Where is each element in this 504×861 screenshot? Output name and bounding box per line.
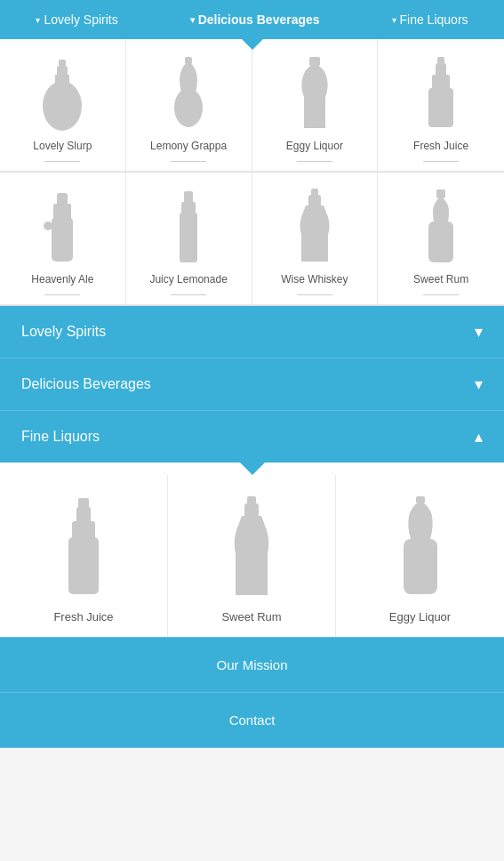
svg-rect-7 <box>428 88 453 127</box>
nav-item-delicious-beverages[interactable]: ▾ Delicious Beverages <box>181 0 329 39</box>
product-name: Fresh Juice <box>413 140 468 152</box>
accordion-item-fine-liquors: Fine Liquors ▴ Fresh Juice <box>0 411 504 638</box>
svg-rect-20 <box>428 221 453 262</box>
nav-label: Delicious Beverages <box>198 12 320 27</box>
accordion-header-lovely-spirits[interactable]: Lovely Spirits ▾ <box>0 306 504 358</box>
svg-rect-26 <box>244 503 259 518</box>
fine-bottle-icon-fresh-juice <box>52 493 115 599</box>
svg-rect-28 <box>404 539 437 594</box>
svg-rect-25 <box>78 498 89 509</box>
product-divider <box>423 161 459 162</box>
svg-rect-5 <box>185 57 192 64</box>
product-name: Lemony Grappa <box>150 140 227 152</box>
svg-rect-27 <box>247 496 256 505</box>
accordion-item-lovely-spirits: Lovely Spirits ▾ <box>0 306 504 358</box>
svg-rect-17 <box>184 191 193 204</box>
accordion: Lovely Spirits ▾ Delicious Beverages ▾ F… <box>0 306 504 638</box>
fine-product-name: Sweet Rum <box>221 610 281 624</box>
product-cell-lemony-grappa[interactable]: Lemony Grappa <box>126 39 252 172</box>
svg-rect-11 <box>52 217 73 262</box>
product-cell-fresh-juice[interactable]: Fresh Juice <box>378 39 504 172</box>
product-name: Heavenly Ale <box>31 273 93 286</box>
svg-rect-29 <box>416 496 425 503</box>
dropdown-arrow-icon: ▾ <box>190 15 195 25</box>
svg-point-0 <box>43 81 82 131</box>
fine-product-sweet-rum[interactable]: Sweet Rum <box>168 475 336 637</box>
bottle-icon-eggy-liquor <box>288 52 341 133</box>
product-divider <box>44 294 80 295</box>
accordion-label: Delicious Beverages <box>21 376 151 392</box>
bottle-icon-fresh-juice <box>414 52 468 133</box>
product-name: Wise Whiskey <box>281 273 348 286</box>
product-cell-eggy-liquor[interactable]: Eggy Liquor <box>252 39 379 172</box>
fine-product-name: Eggy Liquor <box>389 610 451 624</box>
svg-rect-13 <box>57 193 68 205</box>
accordion-label: Lovely Spirits <box>21 324 106 340</box>
product-divider <box>171 161 206 162</box>
product-grid-row1: Lovely Slurp Lemony Grappa Eggy Liquor F… <box>0 39 504 173</box>
svg-rect-16 <box>181 202 196 214</box>
bottle-icon-lovely-slurp <box>36 52 89 133</box>
our-mission-link[interactable]: Our Mission <box>0 638 504 693</box>
product-cell-heavenly-ale[interactable]: Heavenly Ale <box>0 173 126 305</box>
product-name: Sweet Rum <box>413 273 468 286</box>
product-divider <box>423 294 459 295</box>
svg-rect-19 <box>311 189 318 196</box>
svg-rect-23 <box>72 521 95 541</box>
nav-item-lovely-spirits[interactable]: ▾ Lovely Spirits <box>27 0 126 39</box>
product-divider <box>297 294 332 295</box>
fine-product-name: Fresh Juice <box>53 610 113 624</box>
bottle-icon-sweet-rum <box>414 186 468 266</box>
accordion-header-fine-liquors[interactable]: Fine Liquors ▴ <box>0 411 504 463</box>
nav-label: Fine Liquors <box>400 12 468 27</box>
product-name: Juicy Lemonade <box>149 273 227 286</box>
svg-point-4 <box>174 88 203 127</box>
svg-rect-1 <box>55 75 69 88</box>
svg-rect-10 <box>437 57 444 64</box>
fine-liquors-grid: Fresh Juice Sweet Rum <box>0 475 504 637</box>
product-cell-lovely-slurp[interactable]: Lovely Slurp <box>0 39 126 172</box>
accordion-header-delicious-beverages[interactable]: Delicious Beverages ▾ <box>0 358 504 410</box>
svg-rect-18 <box>308 195 321 207</box>
svg-point-14 <box>44 221 52 230</box>
bottle-icon-lemony-grappa <box>162 52 215 133</box>
nav-item-fine-liquors[interactable]: ▾ Fine Liquors <box>383 0 477 39</box>
fine-product-eggy-liquor[interactable]: Eggy Liquor <box>336 475 504 637</box>
bottle-icon-juicy-lemonade <box>162 186 215 266</box>
svg-rect-2 <box>57 66 68 76</box>
bottle-icon-heavenly-ale <box>36 186 89 266</box>
product-name: Eggy Liquor <box>286 140 343 152</box>
product-divider <box>297 161 332 162</box>
svg-rect-21 <box>436 189 445 198</box>
product-cell-juicy-lemonade[interactable]: Juicy Lemonade <box>126 173 252 305</box>
fine-product-fresh-juice[interactable]: Fresh Juice <box>0 475 168 637</box>
nav-label: Lovely Spirits <box>44 12 117 27</box>
chevron-down-icon: ▾ <box>475 374 483 394</box>
fine-liquors-content: Fresh Juice Sweet Rum <box>0 463 504 637</box>
svg-rect-24 <box>76 507 91 523</box>
contact-link[interactable]: Contact <box>0 693 504 748</box>
product-grid-row2: Heavenly Ale Juicy Lemonade Wise Whiskey… <box>0 173 504 306</box>
bottom-section: Our Mission Contact <box>0 638 504 748</box>
nav-pointer-arrow <box>242 39 263 50</box>
product-cell-wise-whiskey[interactable]: Wise Whiskey <box>252 173 379 305</box>
fine-bottle-icon-sweet-rum <box>220 493 283 599</box>
accordion-label: Fine Liquors <box>21 429 100 445</box>
svg-rect-6 <box>309 57 320 66</box>
svg-rect-3 <box>59 60 66 67</box>
svg-rect-12 <box>53 204 71 220</box>
svg-rect-22 <box>68 537 99 594</box>
fine-bottle-icon-eggy-liquor <box>389 493 452 599</box>
product-cell-sweet-rum[interactable]: Sweet Rum <box>378 173 504 305</box>
dropdown-arrow-icon: ▾ <box>36 15 40 25</box>
svg-rect-15 <box>180 213 197 262</box>
top-navigation: ▾ Lovely Spirits ▾ Delicious Beverages ▾… <box>0 0 504 39</box>
svg-rect-8 <box>432 75 450 91</box>
bottle-icon-wise-whiskey <box>288 186 341 266</box>
svg-rect-9 <box>436 63 446 76</box>
product-divider <box>171 294 206 295</box>
chevron-up-icon: ▴ <box>475 427 483 447</box>
dropdown-arrow-icon: ▾ <box>392 15 396 25</box>
product-name: Lovely Slurp <box>33 140 92 152</box>
content-arrow <box>240 463 265 475</box>
